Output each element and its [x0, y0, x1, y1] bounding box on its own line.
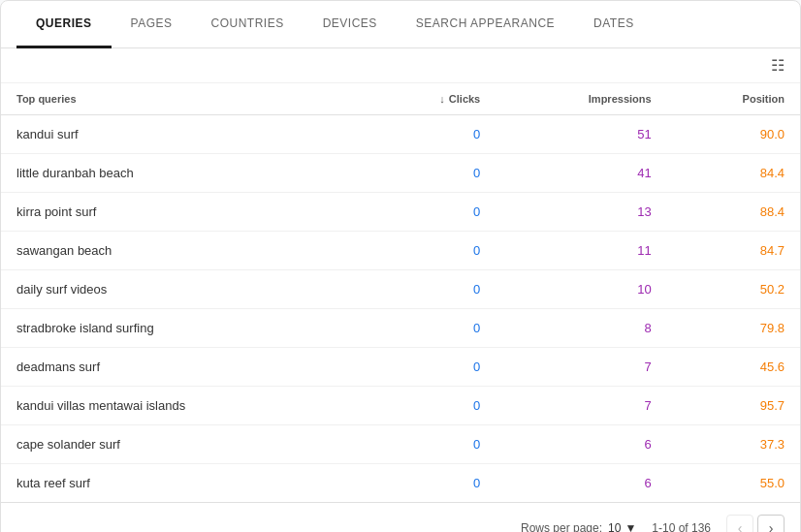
tab-dates[interactable]: DATES	[574, 1, 654, 48]
clicks-cell: 0	[366, 348, 497, 387]
tab-bar: QUERIES PAGES COUNTRIES DEVICES SEARCH A…	[1, 1, 800, 48]
clicks-cell: 0	[366, 425, 497, 464]
filter-icon[interactable]: ☷	[771, 56, 785, 75]
position-cell: 45.6	[667, 348, 800, 387]
query-cell: stradbroke island surfing	[1, 309, 366, 348]
clicks-cell: 0	[366, 464, 497, 503]
sort-arrow-icon: ↓	[439, 93, 445, 105]
tab-pages[interactable]: PAGES	[112, 1, 192, 48]
query-cell: kirra point surf	[1, 193, 366, 232]
table-row: little duranbah beach 0 41 84.4	[1, 154, 800, 193]
position-cell: 84.7	[667, 232, 800, 270]
impressions-cell: 51	[496, 115, 666, 154]
impressions-cell: 11	[496, 232, 666, 270]
prev-page-button[interactable]: ‹	[726, 515, 753, 532]
pagination-bar: Rows per page: 10 ▼ 1-10 of 136 ‹ ›	[1, 502, 800, 532]
query-cell: sawangan beach	[1, 232, 366, 270]
rows-per-page-section: Rows per page: 10 ▼	[521, 521, 636, 532]
table-row: cape solander surf 0 6 37.3	[1, 425, 800, 464]
clicks-cell: 0	[366, 309, 497, 348]
clicks-cell: 0	[366, 193, 497, 232]
query-cell: kandui surf	[1, 115, 366, 154]
position-cell: 79.8	[667, 309, 800, 348]
table-row: kandui villas mentawai islands 0 7 95.7	[1, 387, 800, 425]
position-cell: 95.7	[667, 387, 800, 425]
rows-per-page-value: 10	[608, 521, 621, 532]
chevron-down-icon: ▼	[625, 521, 636, 532]
clicks-cell: 0	[366, 115, 497, 154]
filter-row: ☷	[1, 48, 800, 83]
impressions-cell: 13	[496, 193, 666, 232]
next-page-button[interactable]: ›	[757, 515, 785, 532]
position-cell: 90.0	[667, 115, 800, 154]
position-cell: 88.4	[667, 193, 800, 232]
query-cell: kandui villas mentawai islands	[1, 387, 366, 425]
table-row: daily surf videos 0 10 50.2	[1, 270, 800, 309]
col-header-position: Position	[667, 83, 800, 115]
data-table-wrap: Top queries ↓Clicks Impressions Position…	[1, 83, 800, 502]
queries-table: Top queries ↓Clicks Impressions Position…	[1, 83, 800, 502]
table-row: deadmans surf 0 7 45.6	[1, 348, 800, 387]
impressions-cell: 7	[496, 387, 666, 425]
main-container: QUERIES PAGES COUNTRIES DEVICES SEARCH A…	[0, 0, 801, 532]
tab-devices[interactable]: DEVICES	[304, 1, 397, 48]
col-header-clicks[interactable]: ↓Clicks	[366, 83, 497, 115]
tab-queries[interactable]: QUERIES	[16, 1, 112, 48]
position-cell: 84.4	[667, 154, 800, 193]
clicks-cell: 0	[366, 154, 497, 193]
tab-countries[interactable]: COUNTRIES	[191, 1, 303, 48]
table-row: kuta reef surf 0 6 55.0	[1, 464, 800, 503]
position-cell: 37.3	[667, 425, 800, 464]
tab-search-appearance[interactable]: SEARCH APPEARANCE	[397, 1, 574, 48]
clicks-cell: 0	[366, 232, 497, 270]
rows-per-page-select[interactable]: 10 ▼	[608, 521, 636, 532]
table-row: kirra point surf 0 13 88.4	[1, 193, 800, 232]
col-header-impressions: Impressions	[496, 83, 666, 115]
table-row: sawangan beach 0 11 84.7	[1, 232, 800, 270]
col-header-query: Top queries	[1, 83, 366, 115]
impressions-cell: 10	[496, 270, 666, 309]
clicks-cell: 0	[366, 387, 497, 425]
query-cell: little duranbah beach	[1, 154, 366, 193]
page-nav-buttons: ‹ ›	[726, 515, 785, 532]
query-cell: daily surf videos	[1, 270, 366, 309]
impressions-cell: 6	[496, 464, 666, 503]
clicks-cell: 0	[366, 270, 497, 309]
query-cell: cape solander surf	[1, 425, 366, 464]
query-cell: kuta reef surf	[1, 464, 366, 503]
query-cell: deadmans surf	[1, 348, 366, 387]
impressions-cell: 8	[496, 309, 666, 348]
impressions-cell: 7	[496, 348, 666, 387]
position-cell: 50.2	[667, 270, 800, 309]
impressions-cell: 41	[496, 154, 666, 193]
table-row: stradbroke island surfing 0 8 79.8	[1, 309, 800, 348]
page-info: 1-10 of 136	[652, 521, 711, 532]
table-row: kandui surf 0 51 90.0	[1, 115, 800, 154]
impressions-cell: 6	[496, 425, 666, 464]
position-cell: 55.0	[667, 464, 800, 503]
rows-per-page-label: Rows per page:	[521, 521, 602, 532]
